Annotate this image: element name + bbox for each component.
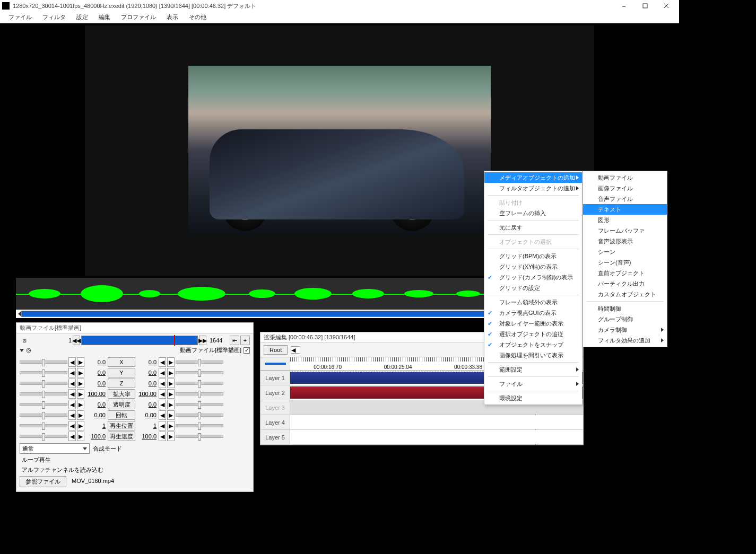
menu-item[interactable]: 範囲設定: [484, 364, 582, 375]
param-step-left-inc[interactable]: ▶: [77, 421, 84, 430]
layer-track[interactable]: [290, 415, 583, 429]
param-slider-right[interactable]: [176, 414, 223, 417]
param-step-right-dec[interactable]: ◀: [159, 421, 166, 430]
param-name-button[interactable]: 回転: [108, 410, 135, 420]
param-step-left-dec[interactable]: ◀: [68, 432, 76, 441]
menu-item[interactable]: 空フレームの挿入: [484, 208, 582, 218]
param-slider-right[interactable]: [176, 392, 223, 395]
menu-item[interactable]: グリッド(BPM)の表示: [484, 251, 582, 261]
menu-item[interactable]: カメラ制御: [583, 324, 667, 335]
menu-edit[interactable]: 編集: [94, 12, 115, 22]
param-name-button[interactable]: 透明度: [108, 400, 135, 409]
menu-item[interactable]: 時間制御: [583, 303, 667, 314]
menu-item[interactable]: 音声波形表示: [583, 236, 667, 247]
layer-label[interactable]: Layer 1: [260, 371, 290, 385]
param-slider-right[interactable]: [176, 371, 223, 374]
param-value-left[interactable]: 100.00: [85, 391, 107, 397]
expand-left-button[interactable]: ⇤: [230, 336, 239, 345]
param-step-right-inc[interactable]: ▶: [167, 421, 175, 430]
menu-item[interactable]: メディアオブジェクトの追加: [484, 172, 582, 183]
menu-item[interactable]: シーン(音声): [583, 257, 667, 268]
menu-item[interactable]: パーティクル出力: [583, 278, 667, 289]
anchor-icon[interactable]: ◎: [26, 347, 31, 354]
param-slider-left[interactable]: [20, 392, 67, 395]
menu-item[interactable]: グリッドの設定: [484, 283, 582, 293]
enable-checkbox[interactable]: ✓: [244, 347, 250, 354]
param-step-left-dec[interactable]: ◀: [68, 357, 76, 367]
param-value-left[interactable]: 100.0: [85, 433, 107, 439]
param-value-right[interactable]: 0.0: [136, 359, 158, 365]
param-value-left[interactable]: 0.0: [85, 370, 107, 376]
param-step-left-dec[interactable]: ◀: [68, 368, 76, 377]
param-step-right-dec[interactable]: ◀: [159, 368, 166, 377]
param-value-right[interactable]: 0.0: [136, 370, 158, 376]
menu-item[interactable]: 画像処理を間引いて表示: [484, 350, 582, 360]
param-step-left-dec[interactable]: ◀: [68, 421, 76, 430]
param-step-left-inc[interactable]: ▶: [77, 410, 84, 420]
minimize-button[interactable]: –: [613, 0, 635, 12]
param-name-button[interactable]: 再生速度: [108, 432, 135, 441]
param-value-right[interactable]: 1: [136, 423, 158, 429]
maximize-button[interactable]: [635, 0, 656, 12]
timeline-root-button[interactable]: Root: [264, 345, 288, 355]
context-menu[interactable]: メディアオブジェクトの追加フィルタオブジェクトの追加貼り付け空フレームの挿入元に…: [484, 171, 583, 405]
menu-item[interactable]: シーン: [583, 247, 667, 257]
menu-item[interactable]: 選択オブジェクトの追従✔: [484, 329, 582, 339]
param-step-left-inc[interactable]: ▶: [77, 432, 84, 441]
layer-label[interactable]: Layer 5: [260, 430, 290, 444]
layer-label[interactable]: Layer 4: [260, 415, 290, 429]
menu-item[interactable]: 動画ファイル: [583, 172, 667, 183]
menu-settings[interactable]: 設定: [72, 12, 92, 22]
timeline-layer-row[interactable]: Layer 4: [260, 415, 583, 430]
menu-item[interactable]: グリッド(カメラ制御)の表示✔: [484, 272, 582, 283]
menu-profile[interactable]: プロファイル: [117, 12, 160, 22]
collapse-icon[interactable]: [20, 349, 24, 352]
param-step-left-dec[interactable]: ◀: [68, 410, 76, 420]
param-name-button[interactable]: Z: [108, 379, 135, 388]
layer-track[interactable]: [290, 430, 583, 444]
param-step-right-dec[interactable]: ◀: [159, 389, 166, 399]
param-step-left-dec[interactable]: ◀: [68, 379, 76, 388]
param-slider-left[interactable]: [20, 360, 67, 364]
frame-prev-button[interactable]: ◀◀: [73, 336, 80, 345]
param-value-left[interactable]: 0.00: [85, 412, 107, 418]
timeline-scroll-left[interactable]: ◀: [291, 346, 300, 354]
param-step-right-inc[interactable]: ▶: [167, 368, 175, 377]
param-step-right-dec[interactable]: ◀: [159, 432, 166, 441]
param-step-left-inc[interactable]: ▶: [77, 400, 84, 409]
param-step-right-inc[interactable]: ▶: [167, 410, 175, 420]
menu-file[interactable]: ファイル: [4, 12, 36, 22]
menu-item[interactable]: ファイル: [484, 379, 582, 389]
menu-item[interactable]: フィルタ効果の追加: [583, 335, 667, 346]
param-step-left-dec[interactable]: ◀: [68, 400, 76, 409]
param-name-button[interactable]: X: [108, 357, 135, 367]
param-value-left[interactable]: 1: [85, 423, 107, 429]
param-slider-right[interactable]: [176, 382, 223, 385]
menu-view[interactable]: 表示: [162, 12, 183, 22]
param-value-left[interactable]: 0.0: [85, 401, 107, 408]
param-value-left[interactable]: 0.0: [85, 380, 107, 386]
close-panel-icon[interactable]: ⦻: [20, 337, 29, 344]
menu-filter[interactable]: フィルタ: [38, 12, 70, 22]
param-step-right-dec[interactable]: ◀: [159, 400, 166, 409]
param-step-right-dec[interactable]: ◀: [159, 410, 166, 420]
param-slider-right[interactable]: [176, 424, 223, 427]
menu-other[interactable]: その他: [185, 12, 211, 22]
param-value-right[interactable]: 0.0: [136, 380, 158, 386]
param-slider-right[interactable]: [176, 435, 223, 438]
param-step-left-dec[interactable]: ◀: [68, 389, 76, 399]
param-step-right-inc[interactable]: ▶: [167, 432, 175, 441]
timeline-zoom-gutter[interactable]: [260, 357, 290, 370]
menu-item[interactable]: 環境設定: [484, 393, 582, 403]
menu-item[interactable]: 直前オブジェクト: [583, 268, 667, 278]
layer-label[interactable]: Layer 2: [260, 385, 290, 400]
param-value-right[interactable]: 0.00: [136, 412, 158, 418]
blend-mode-select[interactable]: 通常: [20, 443, 90, 454]
param-slider-left[interactable]: [20, 414, 67, 417]
param-slider-right[interactable]: [176, 403, 223, 406]
menu-item[interactable]: 図形: [583, 215, 667, 225]
menu-item[interactable]: フレームバッファ: [583, 225, 667, 236]
param-value-right[interactable]: 0.0: [136, 401, 158, 408]
add-button[interactable]: +: [240, 336, 250, 345]
menu-item[interactable]: フレーム領域外の表示: [484, 297, 582, 307]
